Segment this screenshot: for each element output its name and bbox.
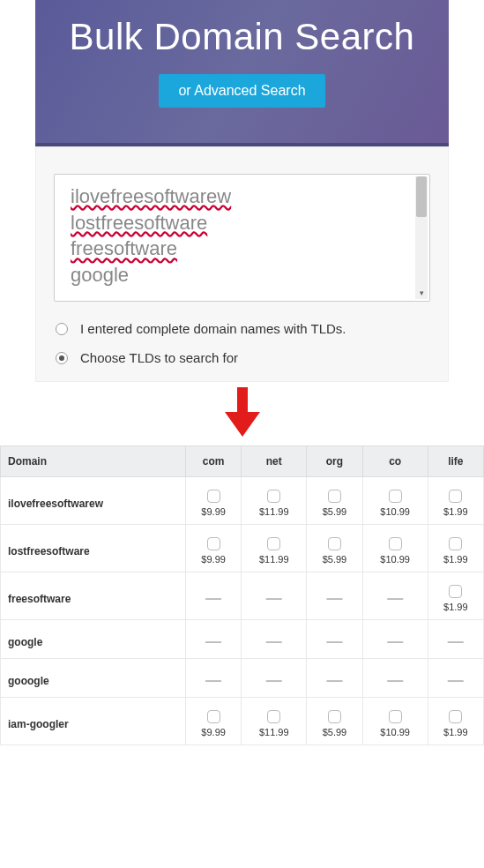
price-cell: — xyxy=(242,572,307,620)
select-checkbox[interactable] xyxy=(207,710,220,723)
price-label: $5.99 xyxy=(323,554,347,565)
select-checkbox[interactable] xyxy=(267,490,280,503)
table-row: iam-googler$9.99$11.99$5.99$10.99$1.99 xyxy=(1,698,484,745)
price-label: $5.99 xyxy=(323,506,347,517)
price-cell: $10.99 xyxy=(362,477,428,525)
price-cell: — xyxy=(428,620,483,659)
radio-icon xyxy=(56,352,68,364)
arrow-down-icon xyxy=(223,387,262,438)
price-cell: — xyxy=(362,659,428,698)
textarea-line: lostfreesoftware xyxy=(71,210,413,236)
domain-cell: ilovefreesoftwarew xyxy=(1,477,186,525)
price-cell: $10.99 xyxy=(362,698,428,745)
advanced-search-button[interactable]: or Advanced Search xyxy=(159,74,324,108)
textarea-line: freesoftware xyxy=(71,236,413,262)
unavailable-icon: — xyxy=(326,632,342,650)
price-cell: $5.99 xyxy=(307,698,362,745)
select-checkbox[interactable] xyxy=(207,490,220,503)
select-checkbox[interactable] xyxy=(328,490,341,503)
domain-textarea[interactable]: ilovefreesoftwarewlostfreesoftwarefreeso… xyxy=(54,174,430,302)
select-checkbox[interactable] xyxy=(389,490,402,503)
price-cell: $11.99 xyxy=(242,525,307,572)
price-cell: $1.99 xyxy=(428,572,483,620)
price-cell: — xyxy=(185,620,241,659)
table-row: freesoftware————$1.99 xyxy=(1,572,484,620)
select-checkbox[interactable] xyxy=(267,710,280,723)
table-row: ilovefreesoftwarew$9.99$11.99$5.99$10.99… xyxy=(1,477,484,525)
page-title: Bulk Domain Search xyxy=(35,16,449,58)
table-row: google————— xyxy=(1,620,484,659)
price-label: $11.99 xyxy=(259,506,289,517)
price-label: $9.99 xyxy=(201,727,226,737)
price-label: $9.99 xyxy=(201,554,226,565)
col-tld: life xyxy=(428,446,483,477)
unavailable-icon: — xyxy=(205,671,221,689)
price-cell: — xyxy=(242,659,307,698)
select-checkbox[interactable] xyxy=(389,710,402,723)
price-cell: — xyxy=(428,659,483,698)
unavailable-icon: — xyxy=(205,632,221,650)
price-cell: $11.99 xyxy=(242,477,307,525)
select-checkbox[interactable] xyxy=(389,537,402,550)
domain-cell: google xyxy=(1,620,186,659)
price-label: $11.99 xyxy=(259,727,289,737)
price-cell: $1.99 xyxy=(428,525,483,572)
price-label: $11.99 xyxy=(259,554,289,565)
select-checkbox[interactable] xyxy=(449,585,462,598)
domain-cell: freesoftware xyxy=(1,572,186,620)
results-table: Domaincomnetorgcolife ilovefreesoftwarew… xyxy=(0,445,484,745)
price-cell: $1.99 xyxy=(428,477,483,525)
price-label: $10.99 xyxy=(380,506,410,517)
price-cell: — xyxy=(307,620,362,659)
select-checkbox[interactable] xyxy=(328,537,341,550)
scrollbar-thumb[interactable] xyxy=(416,176,427,217)
price-cell: — xyxy=(242,620,307,659)
unavailable-icon: — xyxy=(448,671,464,689)
col-tld: co xyxy=(362,446,428,477)
price-cell: $11.99 xyxy=(242,698,307,745)
price-cell: — xyxy=(307,659,362,698)
price-cell: $9.99 xyxy=(185,698,241,745)
scroll-down-icon[interactable]: ▾ xyxy=(415,287,428,299)
select-checkbox[interactable] xyxy=(449,710,462,723)
col-tld: org xyxy=(307,446,362,477)
select-checkbox[interactable] xyxy=(328,710,341,723)
price-cell: — xyxy=(362,572,428,620)
domain-cell: iam-googler xyxy=(1,698,186,745)
option-label: I entered complete domain names with TLD… xyxy=(80,321,346,336)
scrollbar[interactable]: ▾ xyxy=(415,176,428,299)
unavailable-icon: — xyxy=(387,632,403,650)
price-cell: — xyxy=(362,620,428,659)
domain-cell: gooogle xyxy=(1,659,186,698)
unavailable-icon: — xyxy=(326,671,342,689)
price-cell: — xyxy=(307,572,362,620)
price-cell: $5.99 xyxy=(307,477,362,525)
unavailable-icon: — xyxy=(266,589,282,607)
price-label: $1.99 xyxy=(443,506,468,517)
price-label: $9.99 xyxy=(201,506,226,517)
select-checkbox[interactable] xyxy=(207,537,220,550)
textarea-line: google xyxy=(71,262,413,288)
select-checkbox[interactable] xyxy=(449,537,462,550)
domain-cell: lostfreesoftware xyxy=(1,525,186,572)
price-cell: $1.99 xyxy=(428,698,483,745)
price-label: $10.99 xyxy=(380,727,410,737)
price-cell: $5.99 xyxy=(307,525,362,572)
select-checkbox[interactable] xyxy=(449,490,462,503)
search-panel: ilovefreesoftwarewlostfreesoftwarefreeso… xyxy=(35,146,449,382)
table-row: gooogle————— xyxy=(1,659,484,698)
textarea-line: ilovefreesoftwarew xyxy=(71,183,413,210)
unavailable-icon: — xyxy=(448,632,464,650)
price-label: $5.99 xyxy=(323,727,347,737)
option-complete-tlds[interactable]: I entered complete domain names with TLD… xyxy=(54,314,430,343)
option-choose-tlds[interactable]: Choose TLDs to search for xyxy=(54,343,430,372)
radio-icon xyxy=(56,323,68,335)
price-label: $10.99 xyxy=(380,554,410,565)
option-label: Choose TLDs to search for xyxy=(80,350,238,365)
table-row: lostfreesoftware$9.99$11.99$5.99$10.99$1… xyxy=(1,525,484,572)
col-tld: com xyxy=(185,446,241,477)
price-cell: $9.99 xyxy=(185,477,241,525)
unavailable-icon: — xyxy=(266,671,282,689)
unavailable-icon: — xyxy=(387,671,403,689)
select-checkbox[interactable] xyxy=(267,537,280,550)
